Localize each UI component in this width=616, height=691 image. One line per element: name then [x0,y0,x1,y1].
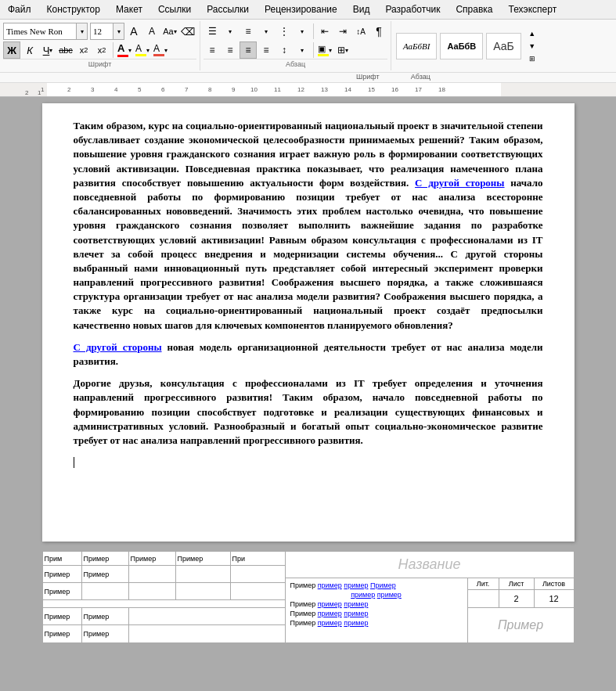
menu-techexpert[interactable]: Техэксперт [500,2,564,17]
font-shrink-button[interactable]: A [143,23,160,40]
tb-r1-c1: Пример [43,566,82,582]
main-area: Таким образом, курс на социально-ориенти… [0,97,616,548]
tb-r1-c4 [176,566,231,582]
doc-paragraph-2: С другой стороны новая модель организаци… [74,340,543,369]
menu-mailings[interactable]: Рассылки [199,2,257,17]
font-name-dropdown-icon[interactable]: ▾ [76,23,87,39]
superscript-button[interactable]: x2 [93,41,110,59]
tb-link-9[interactable]: пример [344,610,368,617]
text-cursor [74,457,74,468]
sort-button[interactable]: ↕A [352,23,369,40]
style-italic-item[interactable]: АаБбВI [396,33,437,59]
numbered-list-button[interactable]: ≡ [240,23,257,40]
menu-links[interactable]: Ссылки [150,2,199,17]
italic-button[interactable]: К [21,41,38,59]
multilevel-list-button[interactable]: ⋮ [276,23,293,40]
font-size-select[interactable]: 12 ▾ [90,23,124,40]
col-lit-header: Лит. [468,578,499,589]
tb-link-10[interactable]: пример [318,619,342,627]
tb-r2-c2 [82,583,129,599]
tb-r4-c1: Пример [43,625,82,642]
text-color-button[interactable]: A ▾ [116,41,133,59]
align-buttons: ≡ ≡ ≡ ≡ ↕ ▾ ▣ ▾ ⊞ ▾ [204,41,387,59]
tb-link-6[interactable]: пример [318,600,342,608]
menu-file[interactable]: Файл [0,2,39,17]
menu-help[interactable]: Справка [448,2,500,17]
menu-review[interactable]: Рецензирование [257,2,345,17]
tb-link-3[interactable]: Пример [370,581,396,589]
para-symbol-button[interactable]: ¶ [370,23,387,40]
ruler: 2 1 1 2 3 4 5 6 7 8 9 10 11 12 13 14 15 … [0,83,616,97]
title-block-left: Прим Пример Пример Пример При Пример При… [43,552,286,642]
paragraph-group: ☰ ▾ ≡ ▾ ⋮ ▾ ⇤ ⇥ ↕A ¶ ≡ [200,21,391,70]
tb-r1-c3 [129,566,176,582]
font-name-select[interactable]: Times New Ron ▾ [3,23,88,40]
style-heading-item[interactable]: АаБ [486,33,521,59]
tb-header-col5: При [231,552,285,565]
styles-expand-button[interactable]: ⊞ [526,52,539,65]
change-case-button[interactable]: Aa▾ [161,23,178,40]
tb-link-2[interactable]: пример [344,581,368,589]
line-spacing-button[interactable]: ↕ [276,41,293,59]
col-list-value: 2 [499,590,535,607]
tb-r4-c2: Пример [82,625,129,642]
border-button[interactable]: ⊞ ▾ [334,41,351,59]
style-labels-row: Шрифт Абзац [0,73,616,83]
tb-header-col4: Пример [176,552,231,565]
increase-indent-button[interactable]: ⇥ [334,23,351,40]
title-name-cell: Название [286,552,574,578]
style-bold-item[interactable]: АаБбВ [440,33,483,59]
line-spacing-dropdown[interactable]: ▾ [294,41,311,59]
doc-paragraph-3: Дорогие друзья, консультация с профессио… [74,376,543,448]
font-controls: Times New Ron ▾ 12 ▾ A A Aa▾ ⌫ [3,23,196,40]
col-list-header: Лист [499,578,535,589]
align-center-button[interactable]: ≡ [222,41,239,59]
tb-r2-c3 [129,583,176,599]
title-block: Прим Пример Пример Пример При Пример При… [42,551,575,643]
menu-constructor[interactable]: Конструктор [39,2,108,17]
font-name-text: Times New Ron [4,26,76,37]
font-grow-button[interactable]: A [125,23,142,40]
shading-button[interactable]: ▣ ▾ [316,41,333,59]
link-2[interactable]: С другой стороны [74,341,162,353]
tb-link-8[interactable]: пример [318,610,342,617]
title-block-inner: Прим Пример Пример Пример При Пример При… [43,552,574,642]
highlight-color-button[interactable]: A ▾ [134,41,151,59]
underline-button[interactable]: Ч ▾ [39,41,56,59]
menu-developer[interactable]: Разработчик [377,2,448,17]
separator3 [313,42,314,58]
tb-link-5[interactable]: пример [377,591,402,599]
separator2 [313,23,314,39]
tb-link-1[interactable]: пример [318,581,342,589]
align-left-button[interactable]: ≡ [204,41,221,59]
styles-up-button[interactable]: ▲ [526,27,539,40]
paragraph-label: Абзац [204,59,387,69]
bold-button[interactable]: Ж [3,41,20,59]
decrease-indent-button[interactable]: ⇤ [316,23,333,40]
tb-link-4[interactable]: пример [351,591,375,599]
styles-down-button[interactable]: ▼ [526,40,539,52]
tb-row-4: Пример Пример [43,625,285,642]
ribbon-row1: Times New Ron ▾ 12 ▾ A A Aa▾ ⌫ Ж [0,20,616,73]
font-size-dropdown-icon[interactable]: ▾ [113,23,124,39]
link-1[interactable]: С другой стороны [415,177,504,189]
col-lit-value [468,590,499,607]
align-right-button[interactable]: ≡ [240,41,257,59]
menu-layout[interactable]: Макет [108,2,150,17]
document-page[interactable]: Таким образом, курс на социально-ориенти… [42,103,575,542]
numbered-dropdown[interactable]: ▾ [258,23,275,40]
strikethrough-button[interactable]: abc [57,41,74,59]
tb-link-11[interactable]: пример [344,619,368,627]
bullets-dropdown[interactable]: ▾ [222,23,239,40]
tb-row-3: Пример Пример [43,608,285,625]
tb-link-7[interactable]: пример [344,600,368,608]
menu-view[interactable]: Вид [345,2,378,17]
justify-button[interactable]: ≡ [258,41,275,59]
menu-bar: Файл Конструктор Макет Ссылки Рассылки Р… [0,0,616,20]
tb-row-2: Пример [43,583,285,600]
subscript-button[interactable]: x2 [75,41,92,59]
multilevel-dropdown[interactable]: ▾ [294,23,311,40]
font-underline-color-button[interactable]: A ▾ [152,41,169,59]
bullets-button[interactable]: ☰ [204,23,221,40]
clear-formatting-button[interactable]: ⌫ [179,23,196,40]
